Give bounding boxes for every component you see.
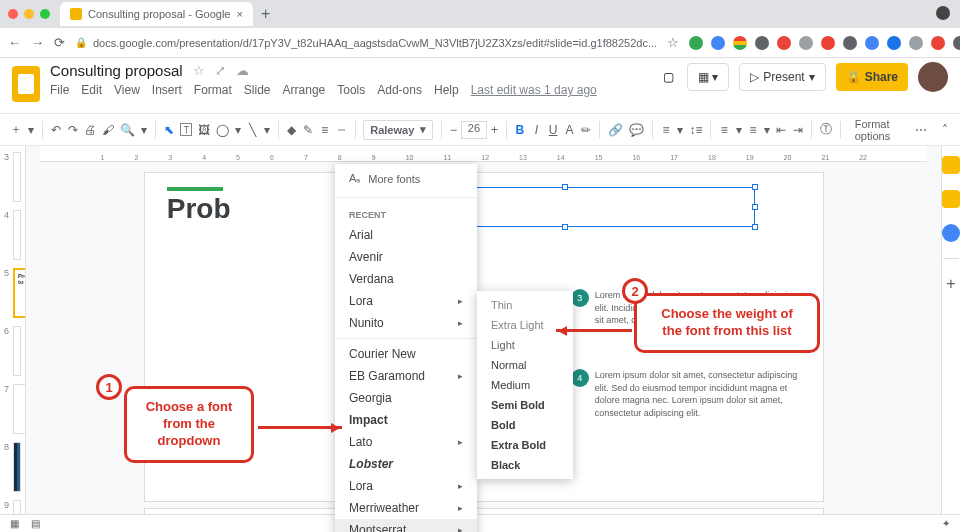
- close-icon[interactable]: [8, 9, 18, 19]
- decrease-indent-button[interactable]: ⇤: [776, 122, 787, 138]
- star-button[interactable]: ☆: [193, 63, 205, 78]
- text-color-button[interactable]: A: [564, 122, 575, 138]
- line-button[interactable]: ╲: [247, 122, 258, 138]
- font-item-lora[interactable]: Lora▸: [335, 290, 477, 312]
- font-item-lora[interactable]: Lora▸: [335, 475, 477, 497]
- bulleted-list-button[interactable]: ≡: [748, 122, 759, 138]
- image-button[interactable]: 🖼: [198, 122, 210, 138]
- ext-icon[interactable]: [931, 36, 945, 50]
- bullet-text[interactable]: Lorem ipsum dolor sit amet, consectetur …: [595, 370, 798, 418]
- ext-icon[interactable]: [755, 36, 769, 50]
- share-button[interactable]: 🔒 Share: [836, 63, 908, 91]
- menu-edit[interactable]: Edit: [81, 83, 102, 97]
- font-item-eb-garamond[interactable]: EB Garamond▸: [335, 365, 477, 387]
- line-spacing-button[interactable]: ↕≡: [689, 122, 702, 138]
- format-options-button[interactable]: Format options: [849, 118, 910, 142]
- underline-button[interactable]: U: [548, 122, 559, 138]
- slide-thumbnail[interactable]: 9: [4, 500, 21, 514]
- keep-icon[interactable]: [942, 190, 960, 208]
- menu-insert[interactable]: Insert: [152, 83, 182, 97]
- explore-button[interactable]: ✦: [942, 518, 950, 529]
- menu-slide[interactable]: Slide: [244, 83, 271, 97]
- account-avatar[interactable]: [918, 62, 948, 92]
- menu-tools[interactable]: Tools: [337, 83, 365, 97]
- menu-add-ons[interactable]: Add-ons: [377, 83, 422, 97]
- weight-item-normal[interactable]: Normal: [477, 355, 573, 375]
- italic-button[interactable]: I: [531, 122, 542, 138]
- doc-title[interactable]: Consulting proposal: [50, 62, 183, 79]
- weight-item-light[interactable]: Light: [477, 335, 573, 355]
- slides-logo-icon[interactable]: [12, 66, 40, 102]
- bold-button[interactable]: B: [515, 122, 526, 138]
- redo-button[interactable]: ↷: [67, 122, 78, 138]
- font-size-control[interactable]: − 26 +: [450, 121, 498, 139]
- slideshow-dropdown-button[interactable]: ▦ ▾: [687, 63, 729, 91]
- add-comment-button[interactable]: 💬: [629, 122, 644, 138]
- back-button[interactable]: ←: [8, 35, 21, 50]
- fullscreen-icon[interactable]: [40, 9, 50, 19]
- increase-indent-button[interactable]: ⇥: [793, 122, 804, 138]
- font-size-input[interactable]: 26: [461, 121, 487, 139]
- slide-thumbnail[interactable]: 7Understandingthe market: [4, 384, 21, 434]
- increase-font-button[interactable]: +: [491, 123, 498, 137]
- align-button[interactable]: ≡: [661, 122, 672, 138]
- browser-tab[interactable]: Consulting proposal - Google ×: [60, 2, 253, 26]
- font-item-verdana[interactable]: Verdana: [335, 268, 477, 290]
- calendar-icon[interactable]: [942, 156, 960, 174]
- tab-close-icon[interactable]: ×: [236, 8, 242, 20]
- slide-title-text[interactable]: Prob: [167, 187, 231, 225]
- slide-thumbnail[interactable]: 8: [4, 442, 21, 492]
- ext-icon[interactable]: [777, 36, 791, 50]
- zoom-button[interactable]: 🔍: [120, 122, 135, 138]
- font-item-nunito[interactable]: Nunito▸: [335, 312, 477, 334]
- weight-item-medium[interactable]: Medium: [477, 375, 573, 395]
- border-dash-button[interactable]: ┄: [336, 122, 347, 138]
- font-item-merriweather[interactable]: Merriweather▸: [335, 497, 477, 519]
- weight-item-semi-bold[interactable]: Semi Bold: [477, 395, 573, 415]
- slide-thumbnail[interactable]: 4: [4, 210, 21, 260]
- font-item-lobster[interactable]: Lobster: [335, 453, 477, 475]
- resize-handle[interactable]: [752, 224, 758, 230]
- insert-link-button[interactable]: 🔗: [608, 122, 623, 138]
- ext-icon[interactable]: [733, 36, 747, 50]
- font-item-georgia[interactable]: Georgia: [335, 387, 477, 409]
- resize-handle[interactable]: [562, 224, 568, 230]
- tasks-icon[interactable]: [942, 224, 960, 242]
- ext-icon[interactable]: [887, 36, 901, 50]
- weight-item-extra-bold[interactable]: Extra Bold: [477, 435, 573, 455]
- menu-arrange[interactable]: Arrange: [283, 83, 326, 97]
- reload-button[interactable]: ⟳: [54, 35, 65, 50]
- weight-item-bold[interactable]: Bold: [477, 415, 573, 435]
- star-icon[interactable]: ☆: [667, 35, 679, 50]
- collapse-toolbar-button[interactable]: ˄: [939, 122, 950, 138]
- ext-icon[interactable]: [953, 36, 960, 50]
- resize-handle[interactable]: [752, 184, 758, 190]
- slide-thumbnail[interactable]: 3: [4, 152, 21, 202]
- clear-formatting-button[interactable]: Ⓣ: [820, 122, 832, 138]
- font-item-lato[interactable]: Lato▸: [335, 431, 477, 453]
- comment-history-icon[interactable]: ▢: [661, 69, 677, 85]
- slide-thumbnail[interactable]: 6: [4, 326, 21, 376]
- resize-handle[interactable]: [562, 184, 568, 190]
- new-tab-button[interactable]: +: [261, 5, 270, 23]
- font-item-courier-new[interactable]: Courier New: [335, 343, 477, 365]
- menu-format[interactable]: Format: [194, 83, 232, 97]
- font-weight-submenu[interactable]: ThinExtra LightLightNormalMediumSemi Bol…: [477, 291, 573, 479]
- weight-item-thin[interactable]: Thin: [477, 295, 573, 315]
- numbered-list-button[interactable]: ≡: [719, 122, 730, 138]
- weight-item-black[interactable]: Black: [477, 455, 573, 475]
- font-item-arial[interactable]: Arial: [335, 224, 477, 246]
- ext-icon[interactable]: [821, 36, 835, 50]
- font-item-avenir[interactable]: Avenir: [335, 246, 477, 268]
- paint-format-button[interactable]: 🖌: [102, 122, 114, 138]
- forward-button[interactable]: →: [31, 35, 44, 50]
- undo-button[interactable]: ↶: [51, 122, 62, 138]
- font-family-dropdown[interactable]: Raleway▾: [363, 120, 433, 140]
- select-tool-button[interactable]: ⬉: [163, 122, 174, 138]
- more-button[interactable]: ⋯: [915, 122, 927, 138]
- minimize-icon[interactable]: [24, 9, 34, 19]
- ext-icon[interactable]: [689, 36, 703, 50]
- fill-color-button[interactable]: ◆: [286, 122, 297, 138]
- menu-help[interactable]: Help: [434, 83, 459, 97]
- last-edit-link[interactable]: Last edit was 1 day ago: [471, 83, 597, 97]
